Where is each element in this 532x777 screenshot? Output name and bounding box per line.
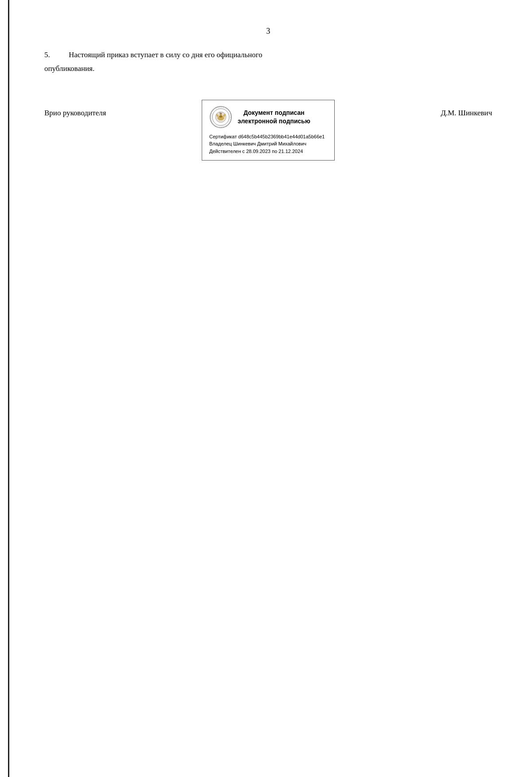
owner-line: Владелец Шинкевич Дмитрий Михайлович [209, 140, 327, 148]
left-border-decoration [8, 0, 9, 777]
digital-signature-title: Документ подписан электронной подписью [238, 109, 310, 125]
paragraph-continuation: опубликования. [44, 64, 492, 73]
paragraph-text-line1: Настоящий приказ вступает в силу со дня … [69, 49, 492, 61]
paragraph-number: 5. [44, 49, 69, 61]
digital-signature-details: Сертификат d648c5b445b2369bb41e44d01a5b6… [209, 133, 327, 155]
digital-signature-header: 🦅 Документ подписан электронной подписью [209, 106, 327, 129]
digital-signature-box: 🦅 Документ подписан электронной подписью [202, 100, 335, 161]
signature-name: Д.М. Шинкевич [421, 100, 492, 118]
valid-line: Действителен с 28.09.2023 по 21.12.2024 [209, 148, 327, 155]
signature-section: Врио руководителя 🦅 [44, 100, 492, 161]
paragraph-5-line1: 5. Настоящий приказ вступает в силу со д… [44, 49, 492, 61]
cert-line: Сертификат d648c5b445b2369bb41e44d01a5b6… [209, 133, 327, 141]
seal-icon: 🦅 [209, 106, 232, 129]
signature-role: Врио руководителя [44, 100, 115, 118]
document-page: 3 5. Настоящий приказ вступает в силу со… [0, 0, 532, 777]
page-number: 3 [44, 27, 492, 36]
